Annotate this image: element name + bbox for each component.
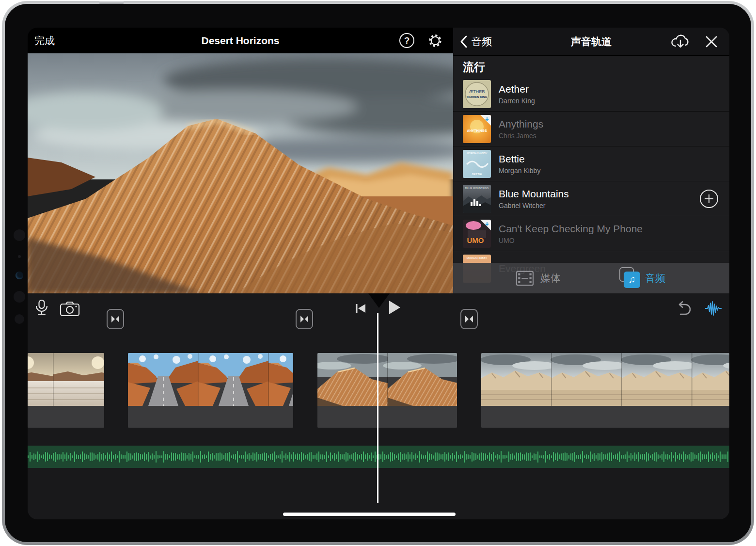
microphone-icon[interactable]	[34, 299, 49, 317]
transition-button[interactable]	[107, 309, 124, 329]
song-title: Can't Keep Checking My Phone	[499, 223, 643, 235]
preview-image	[28, 53, 453, 293]
music-note-icon: ♫	[622, 270, 639, 287]
transition-icon	[464, 314, 474, 324]
help-icon[interactable]: ?	[399, 33, 414, 48]
song-row-aether[interactable]: ÆTHER DARREN KING Aether Darren King	[453, 77, 729, 112]
browser-tab-bar: 媒体 ♫ 音频	[453, 263, 729, 293]
play-icon[interactable]	[388, 300, 401, 315]
playhead-notch	[368, 293, 390, 308]
waveform-bars	[28, 446, 729, 468]
svg-text:DARREN KING: DARREN KING	[467, 96, 488, 98]
clip-audio-area	[481, 406, 729, 428]
sensor-dot-icon	[18, 255, 21, 258]
download-badge-icon	[480, 115, 491, 126]
timeline	[28, 293, 729, 519]
front-camera-icon	[14, 229, 25, 241]
svg-text:MORGAN KIBBY: MORGAN KIBBY	[467, 152, 488, 155]
album-art: ÆTHER DARREN KING	[463, 80, 491, 108]
video-clip-1[interactable]	[28, 353, 104, 428]
song-title: Blue Mountains	[499, 188, 569, 200]
transition-button[interactable]	[296, 309, 313, 329]
svg-text:BLUE MOUNTAINS: BLUE MOUNTAINS	[465, 187, 489, 190]
song-title: Anythings	[499, 118, 543, 130]
close-icon[interactable]	[705, 35, 718, 48]
song-row-bettie[interactable]: MORGAN KIBBY BETTIE Bettie Morgan Kibby	[453, 146, 729, 181]
top-bar: 完成 Desert Horizons ?	[28, 28, 453, 53]
sensor-icon	[15, 314, 24, 324]
video-clip-3[interactable]	[317, 353, 457, 428]
undo-icon[interactable]	[674, 301, 692, 317]
add-song-button[interactable]	[699, 189, 719, 209]
audio-waveform-track[interactable]	[28, 446, 729, 468]
clip-audio-area	[317, 406, 457, 428]
download-badge-icon	[480, 220, 491, 230]
album-art: ANYTHINGS	[463, 115, 491, 143]
home-indicator[interactable]	[283, 513, 456, 516]
tab-audio[interactable]: ♫ 音频	[622, 263, 665, 293]
clip-audio-area	[28, 406, 104, 428]
song-artist: Darren King	[499, 97, 535, 105]
genre-section-header: 流行	[463, 60, 485, 75]
transition-icon	[299, 314, 310, 324]
song-list: ÆTHER DARREN KING Aether Darren King	[453, 77, 729, 293]
video-clip-2[interactable]	[128, 353, 293, 428]
camera-lens-icon	[16, 272, 23, 279]
tab-label: 音频	[645, 272, 665, 285]
song-row-anythings[interactable]: ANYTHINGS Anythings Chris James	[453, 112, 729, 146]
song-row-cant-keep-checking[interactable]: UMO Can't Keep Checking My Phone UMO	[453, 216, 729, 251]
clip-audio-area	[128, 406, 293, 428]
camera-icon[interactable]	[60, 301, 80, 317]
song-title: Aether	[499, 83, 535, 95]
svg-text:BETTIE: BETTIE	[472, 173, 482, 176]
sensor-icon	[14, 291, 25, 303]
transition-button[interactable]	[460, 309, 478, 329]
playhead[interactable]	[377, 313, 378, 503]
song-artist: Morgan Kibby	[499, 167, 540, 175]
album-art: UMO	[463, 220, 491, 248]
song-artist: Gabriel Witcher	[499, 202, 569, 209]
panel-header: 音频 声音轨道	[453, 28, 729, 56]
video-preview[interactable]	[28, 53, 453, 293]
tab-media[interactable]: 媒体	[515, 263, 561, 293]
screenshot-stage: 完成 Desert Horizons ?	[0, 0, 756, 546]
tab-label: 媒体	[540, 272, 561, 285]
album-art: MORGAN KIBBY BETTIE	[463, 150, 491, 178]
filmstrip-icon	[515, 269, 535, 288]
skip-to-start-icon[interactable]	[355, 303, 366, 314]
transition-icon	[110, 314, 121, 324]
audio-waveform-toggle-icon[interactable]	[704, 300, 723, 317]
svg-text:ANYTHINGS: ANYTHINGS	[467, 129, 487, 132]
song-title: Bettie	[499, 153, 540, 165]
settings-gear-icon[interactable]	[427, 32, 443, 49]
song-artist: UMO	[499, 237, 643, 244]
timeline-clips	[28, 353, 729, 428]
song-row-blue-mountains[interactable]: BLUE MOUNTAINS Blue Mountains Gabriel Wi…	[453, 181, 729, 216]
album-art: BLUE MOUNTAINS	[463, 185, 491, 213]
cloud-download-icon[interactable]	[669, 33, 691, 50]
imovie-app-screen: 完成 Desert Horizons ?	[28, 28, 729, 519]
soundtrack-browser-panel: 流行 ÆTHER DARREN KING Aether Darr	[453, 28, 729, 293]
video-clip-4[interactable]	[481, 353, 729, 428]
svg-text:UMO: UMO	[467, 236, 484, 244]
svg-text:ÆTHER: ÆTHER	[469, 89, 485, 94]
svg-text:MORGAN KIBBY: MORGAN KIBBY	[467, 257, 488, 259]
song-artist: Chris James	[499, 132, 543, 140]
project-title: Desert Horizons	[28, 35, 453, 47]
